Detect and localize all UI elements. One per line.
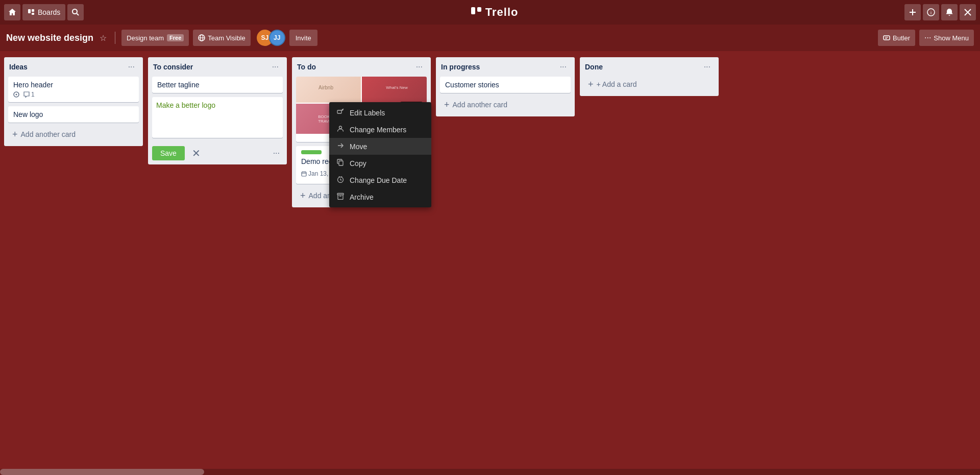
list-ideas: Ideas ··· Hero header 1	[4, 57, 143, 146]
list-to-consider-menu-button[interactable]: ···	[269, 61, 282, 73]
butler-label: Butler	[893, 34, 910, 42]
svg-rect-2	[32, 13, 34, 15]
board-title[interactable]: New website design	[6, 33, 93, 43]
svg-point-20	[16, 94, 17, 96]
list-in-progress: In progress ··· Customer stories + Add a…	[436, 57, 575, 116]
notification-button[interactable]	[941, 4, 958, 20]
add-card-in-progress-button[interactable]: + Add another card	[440, 97, 571, 112]
list-in-progress-title: In progress	[441, 63, 480, 71]
svg-line-4	[77, 14, 79, 16]
card-customer-stories[interactable]: Customer stories	[440, 77, 571, 93]
cancel-card-button[interactable]: ✕	[189, 146, 204, 160]
free-badge: Free	[167, 34, 184, 41]
change-members-icon	[336, 125, 345, 134]
visibility-button[interactable]: Team Visible	[193, 30, 250, 46]
search-button[interactable]	[67, 4, 84, 20]
svg-rect-35	[339, 161, 343, 165]
header-divider	[115, 32, 115, 44]
board-content: Ideas ··· Hero header 1	[0, 51, 980, 469]
info-button[interactable]: i	[923, 4, 939, 20]
context-menu-change-members[interactable]: Change Members	[329, 121, 431, 138]
avatar-group: SJ JJ	[257, 30, 285, 46]
list-to-consider-title: To consider	[153, 63, 193, 71]
list-to-do-header: To do ···	[296, 61, 427, 73]
card-label	[301, 150, 322, 154]
card-new-logo[interactable]: New logo	[8, 106, 139, 123]
card-meta: 1	[13, 91, 134, 98]
trello-wordmark: Trello	[485, 6, 519, 19]
svg-text:i: i	[930, 10, 932, 15]
svg-rect-5	[471, 7, 475, 14]
screenshot-2: What's New	[362, 77, 427, 103]
list-to-do-title: To do	[297, 63, 316, 71]
team-button[interactable]: Design team Free	[121, 30, 189, 46]
card-watch-icon	[13, 91, 19, 98]
context-menu-archive[interactable]: Archive	[329, 188, 431, 205]
add-card-done-button[interactable]: + + Add a card	[584, 77, 715, 92]
card-compose-actions: Save ✕ ···	[152, 146, 283, 160]
team-label: Design team	[127, 34, 164, 42]
svg-rect-1	[32, 9, 34, 12]
context-menu-copy-label: Copy	[350, 159, 366, 168]
context-menu-edit-labels[interactable]: Edit Labels	[329, 104, 431, 121]
context-menu: Edit Labels Change Members Move Copy	[329, 102, 431, 207]
avatar-jj[interactable]: JJ	[269, 30, 285, 46]
context-menu-move-label: Move	[350, 142, 367, 151]
board-scrollbar-thumb[interactable]	[0, 469, 204, 475]
context-menu-edit-labels-label: Edit Labels	[350, 109, 385, 117]
svg-rect-0	[28, 9, 31, 13]
list-done: Done ··· + + Add a card	[580, 57, 719, 96]
context-menu-copy[interactable]: Copy	[329, 155, 431, 172]
show-menu-label: Show Menu	[934, 34, 969, 42]
card-better-tagline[interactable]: Better tagline	[152, 77, 283, 93]
copy-icon	[336, 159, 345, 168]
show-menu-button[interactable]: ··· Show Menu	[919, 30, 974, 46]
visibility-label: Team Visible	[208, 34, 245, 42]
nav-right: i	[904, 4, 976, 20]
list-done-title: Done	[585, 63, 603, 71]
more-card-options-button[interactable]: ···	[270, 148, 283, 159]
svg-rect-41	[337, 194, 344, 195]
card-hero-header[interactable]: Hero header 1	[8, 77, 139, 102]
board-scrollbar[interactable]	[0, 469, 980, 475]
list-ideas-header: Ideas ···	[8, 61, 139, 73]
card-text: Better tagline	[157, 81, 200, 89]
invite-button[interactable]: Invite	[289, 30, 317, 46]
screenshot-1: Airbnb	[296, 77, 361, 103]
card-compose-textarea[interactable]: Make a better logo	[156, 101, 279, 132]
add-card-ideas-label: Add another card	[21, 130, 76, 138]
context-menu-change-members-label: Change Members	[350, 126, 406, 134]
context-menu-move[interactable]: Move	[329, 138, 431, 155]
svg-point-33	[339, 126, 342, 129]
list-in-progress-menu-button[interactable]: ···	[557, 61, 570, 73]
context-menu-change-due-date-label: Change Due Date	[350, 176, 407, 184]
card-text: Hero header	[13, 81, 53, 89]
list-done-header: Done ···	[584, 61, 715, 73]
top-nav: Boards Trello i	[0, 0, 980, 25]
context-menu-archive-label: Archive	[350, 193, 374, 201]
butler-button[interactable]: Butler	[878, 30, 915, 46]
close-button[interactable]	[960, 4, 976, 20]
add-button[interactable]	[904, 4, 921, 20]
header-right: Butler ··· Show Menu	[878, 30, 974, 46]
add-card-in-progress-label: Add another card	[453, 101, 507, 109]
home-button[interactable]	[4, 4, 20, 20]
list-ideas-menu-button[interactable]: ···	[125, 61, 138, 73]
add-card-done-label: + Add a card	[597, 80, 637, 88]
trello-logo: Trello	[86, 6, 902, 19]
star-button[interactable]: ☆	[97, 31, 109, 45]
save-card-button[interactable]: Save	[152, 146, 185, 160]
change-due-date-icon	[336, 176, 345, 184]
card-compose: Make a better logo	[152, 97, 283, 138]
add-card-ideas-button[interactable]: + Add another card	[8, 127, 139, 142]
boards-button[interactable]: Boards	[22, 4, 65, 20]
list-to-do-menu-button[interactable]: ···	[413, 61, 426, 73]
svg-rect-6	[477, 7, 481, 12]
list-done-menu-button[interactable]: ···	[701, 61, 714, 73]
list-in-progress-header: In progress ···	[440, 61, 571, 73]
svg-point-3	[72, 9, 77, 14]
list-to-consider-header: To consider ···	[152, 61, 283, 73]
list-ideas-title: Ideas	[9, 63, 28, 71]
context-menu-change-due-date[interactable]: Change Due Date	[329, 172, 431, 188]
card-comments: 1	[23, 91, 35, 98]
